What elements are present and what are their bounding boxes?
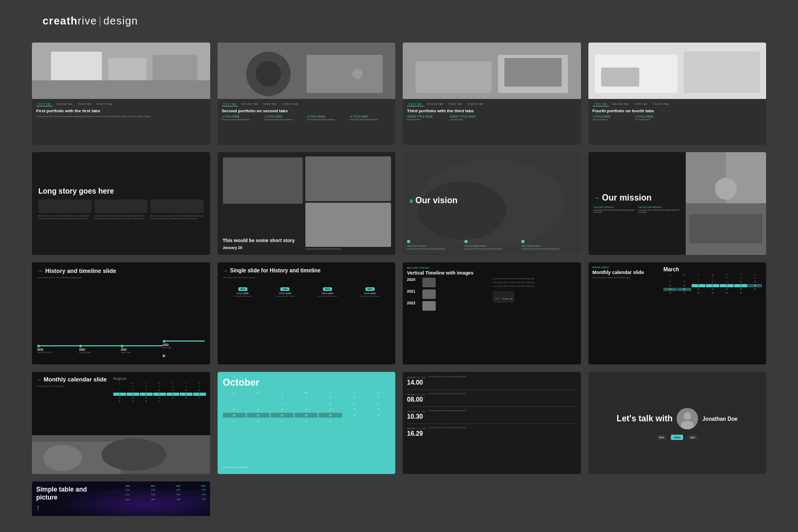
tl-label-2: SECOND YEAR	[79, 352, 121, 354]
slide-1-3-title: Third portfolio with the third tabs	[407, 109, 577, 114]
r4-col-1: ① TITLE HERE Lorem ipsum dolor sit	[593, 115, 634, 121]
tl-label-4: NEXT YEAR	[163, 347, 205, 350]
vert-tl-right: Lorem ipsum dolor sit amet consectetur a…	[493, 278, 576, 313]
col-title-4: ④ TITLE HERE	[350, 115, 391, 118]
slide-october: October SuMoTuWeThFrSa123456789101112131…	[218, 372, 396, 474]
simple-table-title-text: Simple table and picture	[36, 486, 104, 501]
long-story-col2: Lorem ipsum dolor sit amet consectetur a…	[95, 200, 148, 220]
tab-second[interactable]: SECOND TAB	[55, 102, 74, 106]
single-tl-title: → Single slide for History and timeline	[223, 268, 390, 274]
svg-point-29	[43, 445, 82, 471]
mission-col-1: THE FIRST MISSION Lorem ipsum dolor sit …	[594, 206, 636, 214]
col-text-2: Lorem ipsum dolor sit amet consectetur	[264, 119, 305, 121]
long-story-col1: Auis autem vel eum iure reprehenderit qu…	[38, 200, 92, 220]
aug-title-text: Monthly calendar slide	[44, 376, 107, 383]
single-tl-col-3: 2022 TITLE HERE Lorem ipsum dolor sit am…	[307, 282, 348, 298]
tab-fourth[interactable]: FOURTH TAB	[95, 102, 114, 106]
short-story-right: Lorem ipsum dolor sit amet consectetur a…	[305, 156, 391, 250]
single-tl-coltext-3: Lorem ipsum dolor sit amet	[307, 296, 348, 298]
single-tl-coltitle-1: TITLE HERE	[223, 292, 263, 295]
col-block-3: ③ TITLE HERE Lorem ipsum dolor sit amet …	[307, 115, 348, 121]
time-badge-3: 2pm	[687, 435, 698, 440]
slide-1-1-tabs: FIRST TAB SECOND TAB THIRD TAB FOURTH TA…	[36, 102, 206, 106]
vert-tl-right-text-2: Lorem ipsum dolor sit amet consectetur a…	[493, 281, 576, 284]
long-story-cols: Auis autem vel eum iure reprehenderit qu…	[38, 200, 204, 220]
vt-img-3	[422, 301, 436, 311]
mission-col-text-1: Lorem ipsum dolor sit amet consectetur a…	[594, 210, 636, 214]
slide-1-3-image	[403, 43, 581, 99]
single-tl-badge-4: 2022	[365, 287, 375, 291]
svg-point-9	[352, 69, 362, 79]
march-right: March SuMoTuWeThFrSa12345678910111213141…	[663, 267, 762, 360]
svg-point-33	[681, 421, 694, 429]
tab-second-4[interactable]: SECOND TAB	[611, 102, 630, 106]
tab-first[interactable]: FIRST TAB	[36, 102, 53, 106]
tl-item-2019: 2019 THE FIRST VISION	[37, 345, 79, 354]
vert-tl-date: October 28	[502, 297, 513, 300]
tab-fourth-3[interactable]: FOURTH TAB	[466, 102, 485, 106]
sched-row-1: JANUARY 15, 2022 14.00 Lorem ipsum dolor…	[407, 376, 577, 390]
vision-title: » Our vision	[409, 196, 458, 205]
vt-year-2: 2021	[407, 289, 420, 293]
svg-rect-3	[153, 55, 197, 84]
vt-row-1: 2020	[407, 278, 491, 287]
insert-col-text-1: Lorem ipsum dolor	[407, 119, 448, 121]
single-tl-col-2: 2021 TITLE HERE Lorem ipsum dolor sit am…	[265, 282, 305, 298]
vision-cols: THE FIRST VISION Lorem ipsum dolor sit a…	[407, 240, 577, 251]
aug-cal-area: August SuMoTuWeThFrSa1234567891011121314…	[113, 376, 206, 403]
slide-portfolio-3: FIRST TAB SECOND TAB THIRD TAB FOURTH TA…	[403, 43, 581, 145]
tab-third[interactable]: THIRD TAB	[76, 102, 93, 106]
insert-col-title-2: INSERT TITLE HERE	[450, 115, 491, 118]
tab-first-3[interactable]: FIRST TAB	[407, 102, 423, 106]
table-cell: 6,000	[181, 493, 207, 497]
tab-third-4[interactable]: THIRD TAB	[633, 102, 649, 106]
long-story-text1: Auis autem vel eum iure reprehenderit qu…	[38, 215, 92, 220]
table-cell: 6,000	[131, 493, 156, 497]
short-story-content: This would be some short story January 2…	[223, 238, 306, 250]
table-cell: 4,396	[156, 497, 181, 502]
table-cell: Lorem	[105, 493, 131, 497]
time-badge-1: 8am	[656, 435, 667, 440]
tab-third-3[interactable]: THIRD TAB	[447, 102, 463, 106]
aug-month-name: August	[113, 376, 206, 381]
vision-dot-1	[407, 240, 410, 243]
r4-col-title-2: ② TITLE HERE	[635, 115, 676, 118]
history-body: Lorem ipsum dolor sit amet consectetur a…	[37, 277, 205, 279]
short-story-img1	[305, 156, 391, 201]
tab-third-2[interactable]: THIRD TAB	[262, 102, 278, 106]
slide-1-3-cols: INSERT TITLE HERE Lorem ipsum dolor INSE…	[407, 115, 577, 121]
vision-col-2: THE SECOND VISION Lorem ipsum dolor sit …	[464, 240, 520, 251]
vert-tl-left: 2020 2021 2022	[407, 278, 491, 313]
slide-1-2-image	[218, 43, 396, 99]
tab-second-3[interactable]: SECOND TAB	[426, 102, 445, 106]
vert-tl-content: 2020 2021 2022 Lorem ipsum dolor sit ame…	[407, 278, 577, 313]
tl-label-3: THIRD YEAR	[121, 352, 163, 354]
tab-first-4[interactable]: FIRST TAB	[593, 102, 609, 106]
col-text-1: Lorem ipsum dolor sit amet consectetur	[222, 119, 263, 121]
single-tl-coltitle-2: TITLE HERE	[265, 292, 305, 295]
slide-1-1-image	[32, 43, 210, 99]
vision-col-1: THE FIRST VISION Lorem ipsum dolor sit a…	[407, 240, 462, 251]
sched-row-2: JANUARY 15, 2022 08.00 Lorem ipsum dolor…	[407, 393, 577, 407]
slide-mission: → Our mission THE FIRST MISSION Lorem ip…	[588, 152, 767, 254]
tab-first-2[interactable]: FIRST TAB	[222, 102, 238, 106]
tab-fourth-4[interactable]: FOURTH TAB	[651, 102, 670, 106]
slide-1-2-cols: ① TITLE HERE Lorem ipsum dolor sit amet …	[222, 115, 392, 121]
timeline-row: 2019 THE FIRST VISION 2020 SECOND YEAR 2…	[37, 340, 205, 359]
slide-vertical-timeline: AWESOME TEMPLATE Vertical Timeline with …	[403, 262, 581, 364]
sched-text-4: Lorem ipsum dolor sit amet consectetur a…	[428, 427, 466, 437]
single-tl-badge-3: 2022	[323, 287, 332, 291]
tab-second-2[interactable]: SECOND TAB	[240, 102, 260, 106]
slide-long-story: Long story goes here Auis autem vel eum …	[32, 152, 210, 254]
history-title: → History and timeline slide	[37, 268, 205, 275]
aug-arrow-icon: →	[36, 377, 41, 383]
short-story-title: This would be some short story	[223, 238, 306, 244]
tab-fourth-2[interactable]: FOURTH TAB	[280, 102, 300, 106]
col-block-1: ① TITLE HERE Lorem ipsum dolor sit amet …	[222, 115, 263, 121]
short-story-img2	[305, 203, 391, 247]
slide-portfolio-1: FIRST TAB SECOND TAB THIRD TAB FOURTH TA…	[32, 43, 210, 145]
sched-left-1: JANUARY 15, 2022 14.00	[407, 376, 426, 386]
slide-portfolio-2: FIRST TAB SECOND TAB THIRD TAB FOURTH TA…	[218, 43, 396, 145]
oct-footer: SOME TEXT GOES HERE	[223, 466, 390, 469]
svg-rect-2	[108, 58, 146, 84]
